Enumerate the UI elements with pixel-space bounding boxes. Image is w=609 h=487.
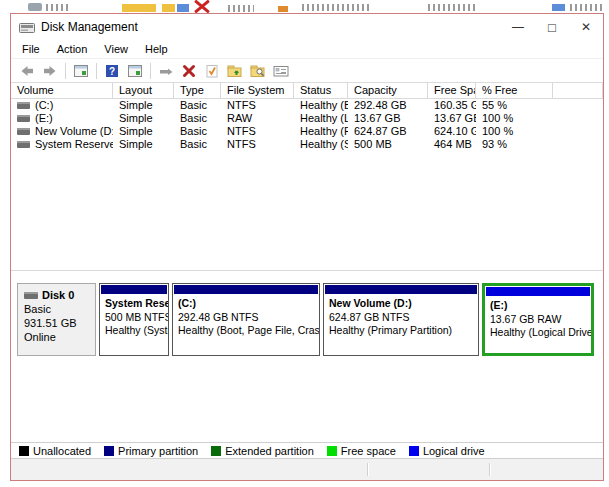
column-header-blank <box>553 83 603 99</box>
volume-file-system: NTFS <box>221 99 294 112</box>
delete-volume-button[interactable] <box>179 61 199 81</box>
volume-row-c[interactable]: (C:) Simple Basic NTFS Healthy (B... 292… <box>11 99 603 112</box>
disk-icon <box>24 292 38 299</box>
partition-type-bar <box>325 285 477 294</box>
console-tree-button[interactable] <box>125 61 145 81</box>
open-folder-button[interactable] <box>225 61 245 81</box>
partition-system-reserved[interactable]: System Reserv 500 MB NTFS Healthy (Syste… <box>99 283 169 356</box>
column-header-layout[interactable]: Layout <box>113 83 174 99</box>
partition-status: Healthy (Primary Partition) <box>329 324 478 338</box>
delete-x-icon <box>181 63 197 79</box>
menu-action[interactable]: Action <box>57 43 88 55</box>
column-header-file-system[interactable]: File System <box>221 83 294 99</box>
back-arrow-icon <box>19 63 35 79</box>
disk-state: Online <box>24 330 95 344</box>
volume-file-system: NTFS <box>221 138 294 151</box>
volume-row-d[interactable]: New Volume (D:) Simple Basic NTFS Health… <box>11 125 603 138</box>
volume-type: Basic <box>174 99 221 112</box>
background-clutter-fragment <box>122 4 156 12</box>
legend-label: Extended partition <box>225 445 314 457</box>
caption-buttons: — □ ✕ <box>501 20 603 35</box>
disk-kind: Basic <box>24 302 95 316</box>
legend-primary-partition: Primary partition <box>104 445 198 457</box>
forward-button[interactable] <box>40 61 60 81</box>
explore-folder-button[interactable] <box>248 61 268 81</box>
legend-swatch-free-space <box>327 446 337 456</box>
background-clutter-fragment <box>162 4 175 12</box>
volume-pct-free: 100 % <box>476 125 553 138</box>
legend-extended-partition: Extended partition <box>211 445 314 457</box>
legend-swatch-extended <box>211 446 221 456</box>
details-list-icon <box>273 63 289 79</box>
console-window-button[interactable] <box>71 61 91 81</box>
volume-name: (E:) <box>35 112 53 125</box>
background-clutter-fragment <box>228 5 254 12</box>
disk-size: 931.51 GB <box>24 316 95 330</box>
legend-swatch-logical-drive <box>409 446 419 456</box>
details-view-button[interactable] <box>271 61 291 81</box>
volume-status: Healthy (B... <box>294 99 348 112</box>
column-header-status[interactable]: Status <box>294 83 348 99</box>
volume-name: System Reserved <box>35 138 113 151</box>
column-header-volume[interactable]: Volume <box>11 83 113 99</box>
screenshot-stage: Disk Management — □ ✕ File Action View H… <box>0 0 609 487</box>
partition-e-selected[interactable]: (E:) 13.67 GB RAW Healthy (Logical Drive… <box>482 283 594 356</box>
partition-status: Healthy (Logical Drive) <box>490 326 591 340</box>
volume-free-space: 464 MB <box>428 138 476 151</box>
legend-bar: Unallocated Primary partition Extended p… <box>11 442 603 459</box>
column-header-pct-free[interactable]: % Free <box>476 83 553 99</box>
background-clutter-fragment <box>278 6 288 12</box>
partition-status: Healthy (Syster <box>105 324 168 338</box>
partition-size: 13.67 GB RAW <box>490 313 591 327</box>
partition-c[interactable]: (C:) 292.48 GB NTFS Healthy (Boot, Page … <box>172 283 320 356</box>
volume-type: Basic <box>174 125 221 138</box>
column-header-free-space[interactable]: Free Spa... <box>428 83 476 99</box>
console-tree-icon <box>127 63 143 79</box>
volume-pct-free: 93 % <box>476 138 553 151</box>
properties-button[interactable] <box>202 61 222 81</box>
column-header-type[interactable]: Type <box>174 83 221 99</box>
volume-icon <box>17 141 30 148</box>
minimize-button[interactable]: — <box>501 20 535 34</box>
toolbar-separator <box>150 63 151 79</box>
title-bar: Disk Management — □ ✕ <box>11 14 603 40</box>
volume-capacity: 500 MB <box>348 138 428 151</box>
volume-row-e[interactable]: (E:) Simple Basic RAW Healthy (L... 13.6… <box>11 112 603 125</box>
maximize-button[interactable]: □ <box>535 20 569 35</box>
volume-file-system: RAW <box>221 112 294 125</box>
volume-status: Healthy (S... <box>294 138 348 151</box>
partition-type-bar <box>486 287 590 296</box>
folder-up-icon <box>227 63 243 79</box>
disk0-info-panel[interactable]: Disk 0 Basic 931.51 GB Online <box>17 283 96 356</box>
background-clutter-fragment <box>177 4 189 12</box>
volume-capacity: 624.87 GB <box>348 125 428 138</box>
volume-type: Basic <box>174 138 221 151</box>
window-title: Disk Management <box>41 20 138 34</box>
legend-label: Primary partition <box>118 445 198 457</box>
volume-layout: Simple <box>113 112 174 125</box>
toolbar: ? <box>11 58 603 83</box>
partition-name: New Volume (D:) <box>329 297 478 311</box>
partition-status: Healthy (Boot, Page File, Crash Du <box>178 324 319 338</box>
volume-row-system-reserved[interactable]: System Reserved Simple Basic NTFS Health… <box>11 138 603 151</box>
legend-label: Logical drive <box>423 445 485 457</box>
close-button[interactable]: ✕ <box>569 20 603 34</box>
legend-swatch-primary <box>104 446 114 456</box>
back-button[interactable] <box>17 61 37 81</box>
help-button[interactable]: ? <box>102 61 122 81</box>
menu-help[interactable]: Help <box>145 43 168 55</box>
partition-name: System Reserv <box>105 297 168 311</box>
volume-status: Healthy (L... <box>294 112 348 125</box>
volume-pct-free: 55 % <box>476 99 553 112</box>
properties-check-icon <box>204 63 220 79</box>
column-header-capacity[interactable]: Capacity <box>348 83 428 99</box>
menu-file[interactable]: File <box>22 43 40 55</box>
action-pane-button[interactable] <box>156 61 176 81</box>
volume-list-header: Volume Layout Type File System Status Ca… <box>11 83 603 99</box>
status-bar-divider <box>367 463 368 476</box>
svg-text:?: ? <box>109 66 115 77</box>
menu-view[interactable]: View <box>104 43 128 55</box>
folder-search-icon <box>250 63 266 79</box>
legend-unallocated: Unallocated <box>19 445 91 457</box>
partition-d[interactable]: New Volume (D:) 624.87 GB NTFS Healthy (… <box>323 283 479 356</box>
